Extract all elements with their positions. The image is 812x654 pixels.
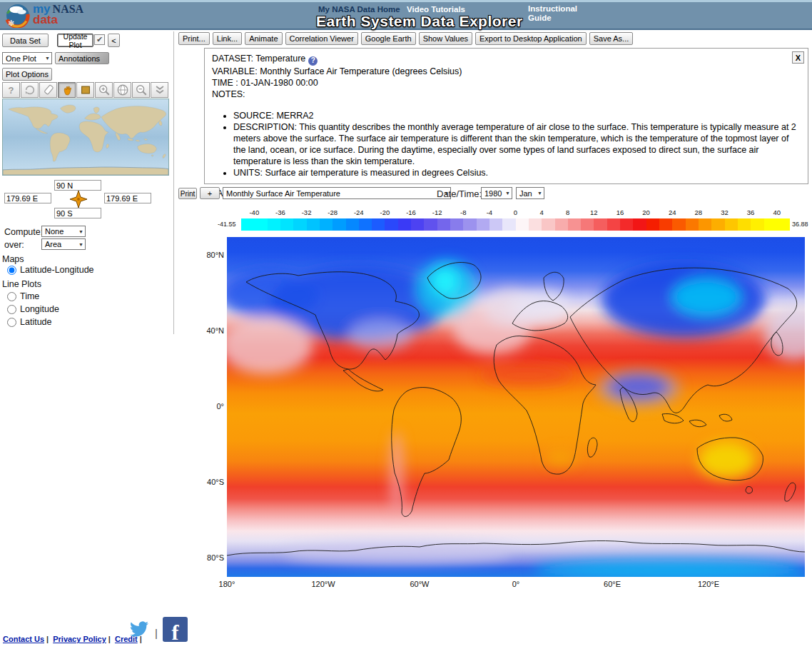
animate-button[interactable]: Animate bbox=[245, 32, 282, 45]
print-dialog-button[interactable]: Print... bbox=[178, 32, 210, 45]
footer-links: Contact Us| Privacy Policy| Credit| bbox=[3, 635, 144, 643]
x-axis-labels: 180°120°W60°W0°60°E120°E bbox=[227, 580, 805, 590]
save-as-button[interactable]: Save As... bbox=[589, 32, 634, 45]
privacy-policy-link[interactable]: Privacy Policy bbox=[53, 635, 106, 643]
dataset-help-icon[interactable]: ? bbox=[308, 56, 318, 66]
twitter-icon[interactable] bbox=[128, 620, 150, 641]
logo-data: data bbox=[33, 13, 58, 26]
update-plot-button[interactable]: Update Plot bbox=[57, 34, 93, 47]
year-select-value: 1980 bbox=[484, 189, 502, 198]
expand-options-tool-icon[interactable] bbox=[151, 82, 168, 98]
contact-us-link[interactable]: Contact Us bbox=[3, 635, 44, 643]
dataset-line: DATASET: Temperature? bbox=[212, 53, 801, 66]
source-note: SOURCE: MERRA2 bbox=[233, 110, 801, 121]
radio-latitude-input[interactable] bbox=[7, 318, 16, 327]
description-note: DESCRIPTION: This quantity describes the… bbox=[233, 121, 801, 167]
lineplots-group-label: Line Plots bbox=[2, 279, 41, 289]
my-nasa-data-logo[interactable]: ✼ myNASA data bbox=[6, 4, 83, 28]
correlation-viewer-button[interactable]: Correlation Viewer bbox=[285, 32, 358, 45]
reset-tool-icon[interactable] bbox=[21, 82, 39, 98]
plot-mode-select[interactable]: One Plot▼ bbox=[2, 52, 52, 64]
radio-longitude[interactable]: Longitude bbox=[7, 304, 59, 314]
dataset-info-panel: X DATASET: Temperature? VARIABLE: Monthl… bbox=[204, 48, 808, 184]
collapse-sidebar-button[interactable]: < bbox=[108, 34, 120, 47]
radio-time[interactable]: Time bbox=[7, 291, 39, 301]
datetime-label: Date/Time: bbox=[437, 188, 482, 199]
north-extent-input[interactable] bbox=[54, 180, 101, 191]
colorbar-ticks: -40-36-32-28-24-20-16-12-8-4048121620242… bbox=[241, 208, 790, 217]
maps-group-label: Maps bbox=[2, 254, 24, 264]
variable-select-value: Monthly Surface Air Temperature bbox=[226, 189, 340, 198]
world-temperature-map[interactable] bbox=[227, 237, 805, 577]
colorbar bbox=[241, 218, 790, 231]
compass-rose-icon bbox=[69, 190, 88, 211]
radio-longitude-input[interactable] bbox=[7, 305, 16, 314]
show-values-button[interactable]: Show Values bbox=[419, 32, 472, 45]
colorbar-max-label: 36.88 bbox=[792, 221, 808, 228]
compute-select[interactable]: None▼ bbox=[41, 226, 86, 237]
link-button[interactable]: Link... bbox=[213, 32, 242, 45]
month-select-value: Jan bbox=[519, 189, 532, 198]
notes-list: SOURCE: MERRA2 DESCRIPTION: This quantit… bbox=[233, 110, 801, 178]
chevron-down-icon: ▼ bbox=[78, 229, 83, 234]
header-bar: ✼ myNASA data My NASA Data Home Video Tu… bbox=[0, 0, 812, 30]
zoom-out-tool-icon[interactable] bbox=[132, 82, 150, 98]
units-note: UNITS: Surface air temperature is measur… bbox=[233, 167, 801, 178]
y-axis-labels: 80°N40°N0°40°S80°S bbox=[200, 237, 224, 577]
map-tool-row: ? bbox=[2, 82, 168, 98]
page-title: Earth System Data Explorer bbox=[316, 13, 523, 30]
region-selector-minimap[interactable] bbox=[2, 99, 169, 176]
time-line: TIME : 01-JAN-1980 00:00 bbox=[212, 77, 801, 89]
chevron-down-icon: ▼ bbox=[537, 191, 542, 196]
colorbar-min-label: -41.55 bbox=[218, 221, 236, 228]
auto-update-checkbox[interactable]: ✔ bbox=[94, 34, 105, 45]
over-label: over: bbox=[4, 240, 24, 250]
add-plot-button[interactable]: + bbox=[200, 187, 220, 199]
over-value: Area bbox=[45, 240, 61, 248]
chevron-down-icon: ▼ bbox=[45, 56, 50, 61]
select-region-tool-icon[interactable] bbox=[76, 82, 94, 98]
annotations-button[interactable]: Annotations bbox=[55, 52, 109, 64]
radio-latitude-longitude[interactable]: Latitude-Longitude bbox=[7, 265, 94, 275]
year-select[interactable]: 1980▼ bbox=[481, 187, 512, 199]
east-extent-input[interactable] bbox=[104, 193, 151, 203]
close-info-panel-button[interactable]: X bbox=[792, 51, 804, 64]
chevron-down-icon: ▼ bbox=[78, 242, 83, 247]
help-tool-icon[interactable]: ? bbox=[2, 82, 20, 98]
google-earth-button[interactable]: Google Earth bbox=[361, 32, 416, 45]
radio-latitude-longitude-input[interactable] bbox=[7, 266, 16, 275]
data-set-button[interactable]: Data Set bbox=[2, 34, 49, 47]
radio-latitude[interactable]: Latitude bbox=[7, 317, 51, 327]
variable-line: VARIABLE: Monthly Surface Air Temperatur… bbox=[212, 66, 801, 77]
notes-line: NOTES: bbox=[212, 89, 801, 100]
full-globe-tool-icon[interactable] bbox=[113, 82, 131, 98]
month-select[interactable]: Jan▼ bbox=[516, 187, 544, 199]
earth-system-data-explorer-app: ✼ myNASA data My NASA Data Home Video Tu… bbox=[0, 0, 812, 654]
compute-value: None bbox=[45, 227, 64, 236]
variable-select[interactable]: Monthly Surface Air Temperature▼ bbox=[223, 187, 451, 199]
eraser-tool-icon[interactable] bbox=[39, 82, 57, 98]
plot-mode-value: One Plot bbox=[6, 54, 36, 63]
export-desktop-button[interactable]: Export to Desktop Application bbox=[475, 32, 587, 45]
nav-instructional-guide-link[interactable]: Instructional Guide bbox=[528, 4, 584, 23]
west-extent-input[interactable] bbox=[4, 193, 51, 203]
sidebar-divider bbox=[173, 31, 174, 334]
plot-options-button[interactable]: Plot Options bbox=[2, 68, 52, 81]
print-plot-button[interactable]: Print bbox=[178, 188, 197, 199]
social-separator: | bbox=[155, 627, 158, 639]
logo-globe-icon: ✼ bbox=[6, 4, 30, 28]
radio-time-input[interactable] bbox=[7, 292, 16, 301]
over-select[interactable]: Area▼ bbox=[41, 238, 86, 250]
chevron-down-icon: ▼ bbox=[505, 191, 510, 196]
zoom-in-tool-icon[interactable] bbox=[95, 82, 113, 98]
compute-label: Compute: bbox=[4, 227, 43, 237]
facebook-icon[interactable]: f bbox=[163, 617, 188, 642]
plot-toolbar: Print... Link... Animate Correlation Vie… bbox=[178, 32, 633, 45]
pan-tool-icon[interactable] bbox=[58, 82, 76, 98]
svg-text:✼: ✼ bbox=[8, 19, 14, 27]
